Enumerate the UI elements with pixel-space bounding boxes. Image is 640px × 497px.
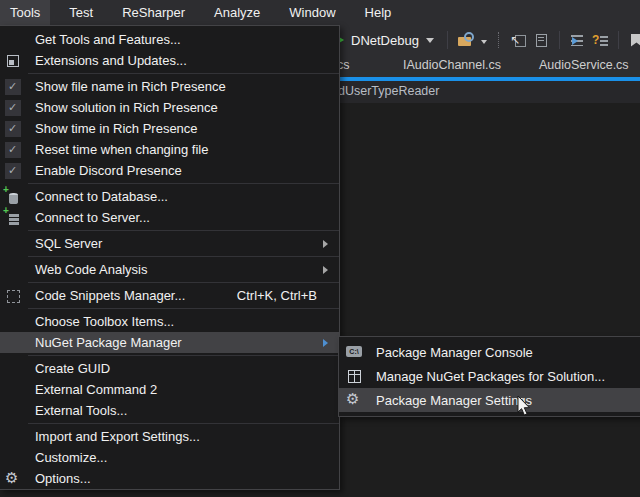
tools-menu-item-connect-to-database[interactable]: Connect to Database... [0,186,339,207]
find-in-files-icon[interactable] [457,32,474,49]
tools-menu-separator [28,423,339,424]
check-icon [5,142,21,158]
comment-help-icon[interactable] [592,32,609,49]
extensions-icon [5,53,21,69]
empty-icon-slot [5,314,21,330]
menubar-item-test[interactable]: Test [59,0,103,25]
tools-menu-item-options[interactable]: Options... [0,468,339,489]
submenu-arrow-icon [323,266,332,274]
chevron-down-icon[interactable] [426,38,434,47]
empty-icon-slot [5,450,21,466]
toolbar-separator [447,31,448,49]
menu-item-label: Show solution in Rich Presence [35,100,333,115]
menu-item-label: Connect to Server... [35,210,333,225]
menu-item-label: Reset time when changing file [35,142,333,157]
check-icon [5,121,21,137]
format-indent-icon[interactable] [569,32,586,49]
empty-icon-slot [5,236,21,252]
empty-icon-slot [5,335,21,351]
tools-menu-item-reset-time-when-changing-file[interactable]: Reset time when changing file [0,139,339,160]
toolbar-separator [618,31,619,49]
empty-icon-slot [5,382,21,398]
tools-menu-item-import-and-export-settings[interactable]: Import and Export Settings... [0,426,339,447]
menu-item-label: Web Code Analysis [35,262,323,277]
tools-menu-item-external-command-2[interactable]: External Command 2 [0,379,339,400]
menu-item-label: Get Tools and Features... [35,32,333,47]
tools-menu-separator [28,308,339,309]
menu-item-label: Connect to Database... [35,189,333,204]
menu-item-label: Enable Discord Presence [35,163,333,178]
shortcut-label: Ctrl+K, Ctrl+B [237,288,317,303]
tools-menu-item-get-tools-and-features[interactable]: Get Tools and Features... [0,29,339,50]
empty-icon-slot [5,403,21,419]
menu-item-label: Extensions and Updates... [35,53,333,68]
menubar-item-window[interactable]: Window [279,0,345,25]
menu-item-label: Import and Export Settings... [35,429,333,444]
dropdown-caret-icon[interactable] [480,32,490,49]
tab-audioservice-cs[interactable]: AudioService.cs [539,55,629,77]
db-add-icon [5,189,21,205]
tools-menu-separator [28,73,339,74]
menu-item-label: Options... [35,471,333,486]
menu-bar: ToolsTestReSharperAnalyzeWindowHelp [0,0,640,25]
gear-icon [346,392,362,408]
menu-item-label: External Tools... [35,403,333,418]
menu-item-label: Package Manager Console [376,345,637,360]
menu-item-label: Choose Toolbox Items... [35,314,333,329]
empty-icon-slot [5,32,21,48]
tools-menu-separator [28,183,339,184]
empty-icon-slot [5,429,21,445]
nuget-submenu-item-package-manager-console[interactable]: Package Manager Console [339,340,640,364]
snippets-icon [5,288,21,304]
nuget-package-manager-submenu: Package Manager ConsoleManage NuGet Pack… [338,336,640,417]
tools-menu-item-external-tools[interactable]: External Tools... [0,400,339,421]
menubar-item-help[interactable]: Help [355,0,402,25]
toolbar-separator [559,31,560,49]
navigate-to-icon[interactable] [510,32,527,49]
tab-iaudiochannel-cs[interactable]: IAudioChannel.cs [403,55,501,77]
gear-icon [5,471,21,487]
check-icon [5,79,21,95]
nuget-submenu-item-package-manager-settings[interactable]: Package Manager Settings [339,388,640,412]
tools-menu-separator [28,230,339,231]
grip-handle [498,32,502,48]
tools-menu-item-connect-to-server[interactable]: Connect to Server... [0,207,339,228]
menubar-item-resharper[interactable]: ReSharper [112,0,195,25]
menubar-item-analyze[interactable]: Analyze [204,0,270,25]
menu-item-label: NuGet Package Manager [35,335,323,350]
package-icon [346,368,362,384]
check-icon [5,100,21,116]
empty-icon-slot [5,262,21,278]
menu-item-label: External Command 2 [35,382,333,397]
nuget-submenu-item-manage-nuget-packages-for-solution[interactable]: Manage NuGet Packages for Solution... [339,364,640,388]
submenu-arrow-icon [323,339,332,347]
tools-menu-item-choose-toolbox-items[interactable]: Choose Toolbox Items... [0,311,339,332]
menu-item-label: SQL Server [35,236,323,251]
tools-menu-item-web-code-analysis[interactable]: Web Code Analysis [0,259,339,280]
menu-item-label: Code Snippets Manager... [35,288,237,303]
tools-menu-item-create-guid[interactable]: Create GUID [0,358,339,379]
tools-menu-item-extensions-and-updates[interactable]: Extensions and Updates... [0,50,339,71]
tools-menu-item-show-file-name-in-rich-presence[interactable]: Show file name in Rich Presence [0,76,339,97]
bookmark-icon[interactable] [628,32,640,49]
empty-icon-slot [5,361,21,377]
server-add-icon [5,210,21,226]
menubar-item-tools[interactable]: Tools [0,0,50,25]
tools-menu-item-show-time-in-rich-presence[interactable]: Show time in Rich Presence [0,118,339,139]
debug-target-selector[interactable]: DNetDebug [351,33,419,48]
menu-item-label: Create GUID [35,361,333,376]
tools-menu: Get Tools and Features...Extensions and … [0,25,340,490]
breadcrumb[interactable]: dUserTypeReader [338,81,439,103]
tools-menu-item-nuget-package-manager[interactable]: NuGet Package Manager [0,332,339,353]
tools-menu-separator [28,256,339,257]
menu-item-label: Manage NuGet Packages for Solution... [376,369,637,384]
clone-code-icon[interactable] [533,32,550,49]
tools-menu-item-code-snippets-manager[interactable]: Code Snippets Manager...Ctrl+K, Ctrl+B [0,285,339,306]
tools-menu-item-sql-server[interactable]: SQL Server [0,233,339,254]
submenu-arrow-icon [323,240,332,248]
menu-item-label: Package Manager Settings [376,393,637,408]
tools-menu-item-show-solution-in-rich-presence[interactable]: Show solution in Rich Presence [0,97,339,118]
tools-menu-separator [28,282,339,283]
tools-menu-item-enable-discord-presence[interactable]: Enable Discord Presence [0,160,339,181]
tools-menu-item-customize[interactable]: Customize... [0,447,339,468]
